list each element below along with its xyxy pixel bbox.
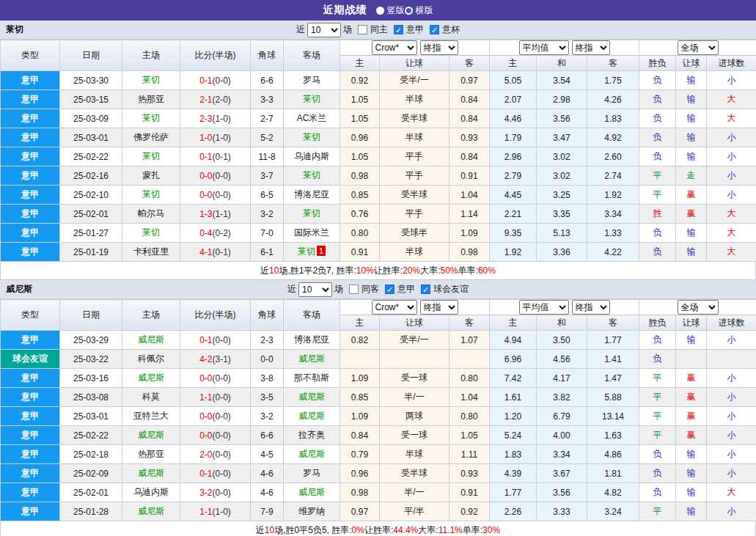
result-handicap: 输	[676, 445, 707, 464]
score-cell: 0-1(0-0)	[180, 71, 251, 90]
euro-away-odds: 5.88	[587, 388, 639, 407]
filter-checkbox-icon[interactable]: ✓	[421, 284, 430, 294]
table-row: 意甲25-02-16蒙扎0-0(0-0)3-7莱切0.98平手0.912.793…	[1, 166, 756, 186]
summary-segment: 让胜率:	[364, 524, 393, 536]
match-type-badge: 意甲	[1, 71, 60, 90]
euro-draw-odds: 3.54	[537, 71, 587, 90]
euro-draw-odds: 3.02	[537, 147, 587, 166]
table-row: 意甲25-03-30莱切0-1(0-0)6-6罗马0.92受半/一0.975.0…	[1, 71, 756, 90]
column-header: 角球	[251, 300, 284, 331]
odds-select-group: Crow*终指	[340, 40, 490, 56]
euro-stage-select[interactable]: 终指	[572, 300, 610, 315]
halftime-score: (0-0)	[213, 335, 231, 345]
stats-summary: 近10场,胜1平2负7, 胜率:10% 让胜率:20% 大率:50% 单率:60…	[0, 262, 756, 280]
corner-cell: 6-1	[251, 243, 284, 262]
table-row: 意甲25-03-01佛罗伦萨1-0(1-0)5-2莱切0.96半球0.931.7…	[1, 128, 756, 147]
filter-checkbox-icon[interactable]: ✓	[430, 25, 439, 34]
match-type-badge: 意甲	[1, 147, 60, 166]
euro-away-odds: 1.33	[587, 224, 639, 243]
table-row: 意甲25-01-19卡利亚里4-1(0-1)6-1莱切10.91半球0.981.…	[1, 243, 756, 262]
away-team-name: 莱切	[303, 94, 320, 104]
match-type-badge: 意甲	[1, 205, 60, 224]
handicap-away-odds: 0.98	[449, 243, 490, 262]
sub-column-header: 让球	[380, 315, 449, 331]
table-row: 意甲25-02-09威尼斯0-1(0-0)4-6罗马0.96受半球0.934.3…	[1, 464, 756, 483]
euro-source-select[interactable]: 平均值	[519, 40, 569, 55]
result-wdl: 平	[639, 369, 676, 388]
away-team-name: 罗马	[303, 75, 320, 85]
filter-checkbox-icon[interactable]: ✓	[394, 25, 403, 34]
date-cell: 25-01-27	[60, 224, 122, 243]
odds-stage-select[interactable]: 终指	[420, 40, 458, 55]
column-header: 类型	[1, 300, 60, 331]
home-team-name: 佛罗伦萨	[133, 132, 169, 142]
scope-select[interactable]: 全场	[678, 40, 719, 55]
match-type-badge: 意甲	[1, 388, 60, 407]
odds-source-select[interactable]: Crow*	[372, 300, 417, 315]
euro-draw-odds: 4.00	[537, 426, 587, 445]
odds-stage-select[interactable]: 终指	[420, 300, 458, 315]
result-wdl: 平	[639, 388, 676, 407]
filter-checkbox-icon[interactable]: ✓	[385, 284, 394, 294]
away-team-cell: 拉齐奥	[284, 426, 340, 445]
home-team-cell: 莱切	[122, 186, 180, 205]
scope-select[interactable]: 全场	[678, 300, 719, 315]
result-goals: 大	[707, 243, 756, 262]
home-team-name: 莱切	[142, 75, 160, 85]
score-cell: 1-1(1-0)	[180, 502, 251, 521]
filter-checkbox-label: 意杯	[442, 23, 460, 36]
sub-column-header: 让球	[676, 56, 707, 71]
match-count-select[interactable]: 10	[298, 282, 332, 297]
date-cell: 25-02-10	[60, 186, 122, 205]
home-team-name: 莱切	[142, 113, 160, 123]
fulltime-score: 2-0	[199, 449, 212, 460]
match-type-badge: 意甲	[1, 186, 60, 205]
result-goals: 小	[707, 502, 756, 521]
euro-home-odds: 5.24	[490, 426, 537, 445]
page-title: 近期战绩	[323, 4, 367, 17]
halftime-score: (0-0)	[213, 488, 231, 498]
filter-checkbox-icon[interactable]	[358, 25, 367, 34]
sub-column-header: 和	[537, 315, 587, 331]
handicap-away-odds: 1.11	[449, 445, 490, 464]
handicap-line: 平手	[380, 166, 449, 186]
result-wdl: 负	[639, 445, 676, 464]
result-wdl: 平	[639, 407, 676, 426]
team-section-lecce: 莱切 近10场同主✓意甲✓意杯 类型日期主场比分(半场)角球客场Crow*终指平…	[0, 21, 756, 280]
match-type-badge: 意甲	[1, 426, 60, 445]
score-cell: 1-0(1-0)	[180, 128, 251, 147]
date-cell: 25-03-16	[60, 369, 122, 388]
result-handicap: 输	[676, 243, 707, 262]
result-goals: 大	[707, 109, 756, 128]
match-type-badge: 意甲	[1, 369, 60, 388]
result-goals: 小	[707, 388, 756, 407]
fulltime-score: 0-0	[199, 171, 212, 181]
match-count-select[interactable]: 10	[307, 23, 341, 37]
score-cell: 0-0(0-0)	[180, 186, 251, 205]
date-cell: 25-02-22	[60, 426, 122, 445]
corner-cell: 3-7	[251, 166, 284, 186]
home-team-cell: 佛罗伦萨	[122, 128, 180, 147]
layout-radio-horizontal[interactable]: 横版	[405, 4, 433, 17]
result-handicap: 输	[676, 224, 707, 243]
home-team-name: 莱切	[142, 189, 160, 199]
euro-stage-select[interactable]: 终指	[572, 40, 610, 55]
home-team-name: 莱切	[142, 151, 160, 161]
date-cell: 25-03-09	[60, 109, 122, 128]
score-cell: 0-1(0-0)	[180, 331, 251, 350]
filter-checkbox-icon[interactable]	[349, 284, 359, 294]
home-team-cell: 蒙扎	[122, 166, 180, 186]
home-team-cell: 卡利亚里	[122, 243, 180, 262]
away-team-name: 威尼斯	[298, 411, 325, 421]
home-team-cell: 莱切	[122, 147, 180, 166]
halftime-score: (0-0)	[213, 411, 231, 422]
fulltime-score: 1-1	[199, 507, 212, 517]
summary-segment: 场,胜0平5负5, 胜率:	[274, 524, 351, 536]
home-team-name: 帕尔马	[138, 208, 164, 219]
halftime-score: (0-2)	[213, 228, 231, 238]
euro-source-select[interactable]: 平均值	[519, 300, 569, 315]
away-team-cell: 维罗纳	[284, 502, 340, 521]
away-team-name: 维罗纳	[298, 506, 325, 516]
layout-radio-vertical[interactable]: 竖版	[376, 4, 405, 17]
odds-source-select[interactable]: Crow*	[372, 40, 417, 55]
